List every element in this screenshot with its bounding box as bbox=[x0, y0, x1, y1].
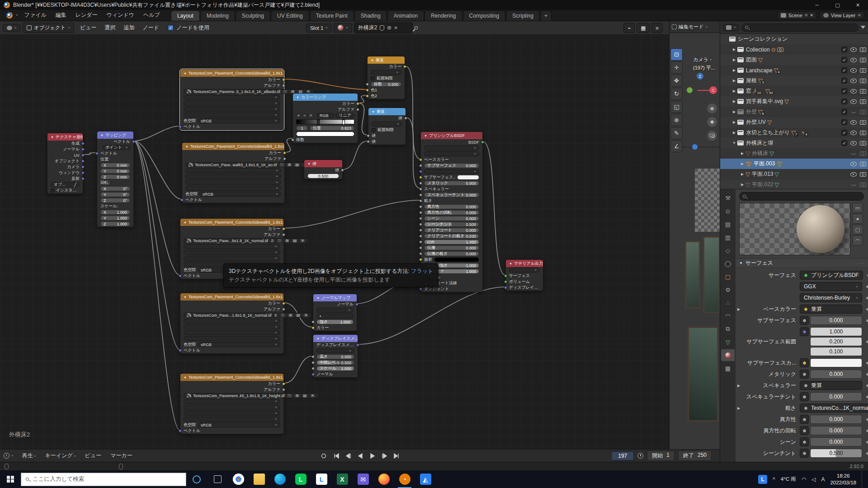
socket[interactable] bbox=[419, 164, 422, 167]
disclosure-arrow[interactable]: ▶ bbox=[731, 120, 737, 124]
image-name-field[interactable]: TexturesCom_Pave...8x1.8_1K_normal.tif2♡… bbox=[184, 238, 309, 243]
menu-レンダー[interactable]: レンダー bbox=[71, 9, 102, 21]
node-mapping-row-タイプ[interactable]: タイプポイント˅ bbox=[97, 145, 133, 150]
value-field[interactable]: IOR1.450 bbox=[424, 239, 479, 244]
hide-eye-icon[interactable] bbox=[850, 57, 857, 62]
node-color-ramp-row-colorrow[interactable] bbox=[293, 131, 358, 137]
node-mapping-row-Z[interactable]: Z0 mm bbox=[97, 174, 133, 180]
node-tex-height-row-リニア[interactable]: ˅ bbox=[180, 399, 283, 404]
add-stop-icon[interactable]: + bbox=[296, 113, 301, 118]
animate-dot[interactable] bbox=[866, 341, 868, 343]
value-field[interactable]: 0.000 bbox=[810, 316, 862, 325]
view-layer-selector[interactable]: View Layer ⊞ bbox=[820, 11, 864, 19]
socket[interactable] bbox=[356, 102, 359, 105]
collapse-icon[interactable]: ▼ bbox=[184, 221, 187, 224]
node-displacement[interactable]: ▼ディスプレイスメントディスプレイスメント˅高さ0.000中間レベル0.500ス… bbox=[313, 334, 358, 378]
hide-eye-icon[interactable] bbox=[850, 68, 857, 73]
jump-to-end-button[interactable] bbox=[392, 452, 402, 460]
node-mapping-row-Y[interactable]: Y0° bbox=[97, 192, 133, 197]
node-material-output[interactable]: ▼マテリアル出力˅サーフェスボリュームディスプレイスメ... bbox=[505, 259, 543, 291]
hidden-icons-chevron[interactable]: ^ bbox=[773, 476, 775, 483]
volume-icon[interactable]: ◁ bbox=[811, 476, 816, 483]
fake-user-icon[interactable]: ♡ bbox=[280, 313, 286, 318]
node-displacement-row-ディスプレイスメント[interactable]: ディスプレイスメント bbox=[313, 342, 358, 348]
exclude-checkbox[interactable]: ✓ bbox=[841, 78, 847, 84]
use-nodes-toggle[interactable]: ✓ ノードを使用 bbox=[168, 24, 209, 32]
color-swatch[interactable] bbox=[457, 175, 479, 180]
node-tex-albedo-row-ベクトル[interactable]: ベクトル bbox=[180, 124, 283, 130]
socket[interactable] bbox=[419, 205, 422, 208]
node-value-row-0.500[interactable]: 0.500 bbox=[304, 173, 342, 179]
node-tex-albedo-row-リニア[interactable]: ˅ bbox=[180, 94, 283, 100]
socket[interactable] bbox=[419, 170, 422, 173]
node-normal-map-row-•[interactable]: • bbox=[313, 313, 357, 319]
rotate-tool[interactable]: ↻ bbox=[670, 88, 683, 100]
node-texture-coordinate-row-生成[interactable]: 生成 bbox=[47, 141, 83, 146]
socket[interactable] bbox=[366, 89, 369, 92]
node-principled-bsdf-row-IOR[interactable]: IOR1.450 bbox=[421, 239, 482, 245]
socket[interactable] bbox=[81, 154, 85, 157]
frame-start-field[interactable]: 開始1 bbox=[647, 450, 675, 461]
node-color-ramp[interactable]: ▼カラーランプカラーアルファ+−˅RGBリニア1位置0.823係数 bbox=[292, 93, 358, 143]
socket[interactable] bbox=[504, 286, 507, 289]
hide-eye-icon[interactable] bbox=[850, 120, 857, 125]
properties-tab-material[interactable] bbox=[721, 349, 735, 361]
color-mode-dropdown[interactable]: RGB bbox=[316, 113, 334, 118]
properties-search-input[interactable] bbox=[739, 192, 864, 201]
play-reverse-button[interactable] bbox=[355, 452, 366, 460]
socket[interactable] bbox=[311, 355, 315, 358]
unlink-icon[interactable]: ✕ bbox=[310, 394, 316, 398]
dropdown-リニア[interactable]: ˅ bbox=[184, 95, 280, 100]
value-field[interactable]: 係数0.500 bbox=[371, 82, 401, 87]
slot-dropdown[interactable]: Slot 1˅ bbox=[306, 23, 332, 33]
node-tex-height-row-ベクトル[interactable]: ベクトル bbox=[180, 428, 283, 434]
exclude-checkbox[interactable]: ✓ bbox=[841, 47, 847, 52]
outliner-item-外壁.UV[interactable]: ▶外壁.UV▽✓ bbox=[720, 117, 868, 127]
node-displacement-row-スケール[interactable]: スケール1.000 bbox=[313, 366, 358, 371]
node-tex-height-row-色空間[interactable]: 色空間sRGB˅ bbox=[180, 422, 283, 428]
node-header-material-output[interactable]: ▼マテリアル出力 bbox=[506, 260, 543, 267]
socket[interactable] bbox=[179, 125, 182, 128]
ramp-options-icon[interactable]: ˅ bbox=[308, 113, 313, 118]
socket[interactable] bbox=[404, 117, 407, 120]
ime-indicator[interactable]: A bbox=[821, 476, 825, 483]
node-principled-bsdf-row-サブサーフェス[interactable]: サブサーフェス0.000 bbox=[421, 163, 482, 169]
value-field[interactable]: X1.000 bbox=[100, 210, 130, 215]
unlink-icon[interactable]: ✕ bbox=[300, 239, 306, 243]
tab-Scripting[interactable]: Scripting bbox=[506, 10, 540, 21]
node-mapping-row-Z[interactable]: Z0° bbox=[97, 197, 133, 203]
value-field[interactable]: スケール1.000 bbox=[316, 366, 354, 371]
eyedropper-icon[interactable]: ╱ bbox=[74, 183, 76, 187]
socket[interactable] bbox=[366, 83, 369, 86]
dropdown-リピート[interactable]: ˅ bbox=[185, 180, 281, 185]
node-principled-bsdf-row-異方性の回転[interactable]: 異方性の回転0.000 bbox=[421, 210, 482, 216]
dropdown-フラット[interactable]: ˅ bbox=[184, 405, 280, 410]
node-principled-bsdf-row-クリアコート[interactable]: クリアコート0.000 bbox=[421, 227, 482, 233]
node-tex-ao-row-アルファ[interactable]: アルファ bbox=[182, 156, 284, 162]
hide-eye-icon[interactable] bbox=[850, 161, 857, 166]
frame-end-field[interactable]: 終了250 bbox=[678, 450, 712, 461]
disclosure-arrow[interactable]: ▶ bbox=[731, 89, 737, 93]
node-tex-albedo-row-単一画像[interactable]: ˅ bbox=[180, 112, 283, 118]
node-displacement-row-ノーマル[interactable]: ノーマル bbox=[313, 371, 358, 377]
node-color-ramp-row-係数[interactable]: 係数 bbox=[293, 137, 358, 143]
stop-position-field[interactable]: 位置0.823 bbox=[310, 126, 354, 131]
node-normal-map-row-カラー[interactable]: カラー bbox=[313, 325, 357, 331]
gizmo-y-axis[interactable] bbox=[687, 87, 693, 93]
node-normal-map-row-タンジェント空間[interactable]: ˅ bbox=[313, 307, 357, 313]
socket[interactable] bbox=[282, 308, 285, 311]
outliner-search-input[interactable] bbox=[741, 23, 859, 32]
node-header-normal-map[interactable]: ▼ノーマルマップ bbox=[313, 294, 357, 301]
node-principled-bsdf-row-異方性[interactable]: 異方性0.000 bbox=[421, 204, 482, 210]
node-tex-albedo[interactable]: ▼TexturesCom_Pavement_ConcreteSidewalk5_… bbox=[180, 69, 284, 130]
socket[interactable] bbox=[341, 169, 344, 172]
node-tex-albedo-row-カラー[interactable]: カラー bbox=[180, 77, 283, 83]
node-tex-height-row-フラット[interactable]: ˅ bbox=[180, 404, 283, 410]
exclude-checkbox[interactable]: ✓ bbox=[841, 99, 847, 104]
image-name-field[interactable]: TexturesCom_Pave..walk5_1.8x1.8_1K_ao.ti… bbox=[185, 162, 311, 167]
shader-type-dropdown[interactable]: オブジェクト˅ bbox=[23, 23, 74, 33]
socket[interactable] bbox=[291, 138, 294, 141]
outliner-item-外構床と塀[interactable]: ▼外構床と塀✓ bbox=[720, 138, 868, 148]
socket[interactable] bbox=[311, 373, 315, 376]
outliner-item-外壁[interactable]: ▶外壁▽6✓ bbox=[720, 107, 868, 117]
